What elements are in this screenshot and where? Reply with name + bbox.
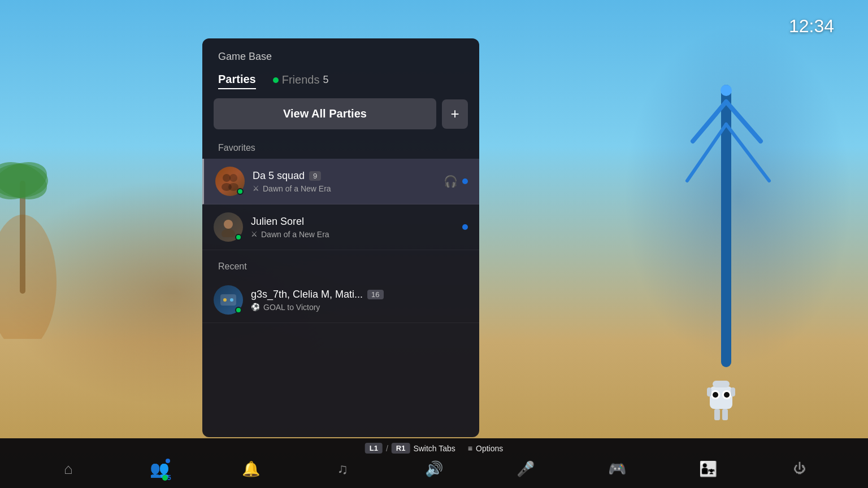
tab-parties[interactable]: Parties (218, 73, 256, 89)
nav-power[interactable]: ⏻ (754, 461, 845, 476)
item-name-row-da5squad: Da 5 squad 9 (253, 170, 444, 182)
item-badge-g3s7th: 16 (367, 290, 383, 299)
scene-palm-left (0, 113, 113, 339)
nav-items: ⌂ 👥 5 🔔 ♫ 🔊 🎤 🎮 👨‍👧 (0, 460, 868, 478)
l1-badge: L1 (365, 443, 383, 454)
options-label: Options (476, 444, 503, 453)
controller-icon: 🎮 (608, 460, 626, 478)
online-indicator-da5squad (462, 178, 468, 184)
game-base-panel: Game Base Parties Friends 5 View All Par… (202, 38, 479, 437)
avatar-wrap-da5squad (215, 167, 245, 196)
nav-home[interactable]: ⌂ (23, 460, 114, 478)
switch-tabs-label: Switch Tabs (413, 444, 455, 453)
scene-blue-structure (665, 56, 823, 424)
nav-notifications[interactable]: 🔔 (206, 460, 297, 478)
party-item-juliensorel[interactable]: Julien Sorel ⚔ Dawn of a New Era (202, 204, 479, 250)
avatar-wrap-juliensorel (214, 212, 243, 242)
avatar-wrap-g3s7th (214, 285, 243, 315)
family-icon: 👨‍👧 (699, 460, 717, 478)
nav-volume[interactable]: 🔊 (388, 460, 480, 478)
online-indicator-juliensorel (462, 224, 468, 230)
svg-line-7 (726, 102, 761, 141)
svg-point-28 (223, 298, 227, 302)
panel-title: Game Base (202, 38, 479, 68)
svg-point-26 (222, 229, 235, 237)
svg-rect-19 (731, 387, 735, 396)
bottom-bar: L1 / R1 Switch Tabs ≡ Options ⌂ 👥 5 🔔 ♫ … (0, 438, 868, 488)
svg-point-0 (0, 215, 57, 339)
notification-icon: 🔔 (242, 460, 260, 478)
svg-rect-17 (722, 409, 728, 420)
mic-icon: 🎤 (517, 460, 535, 478)
game-icon-da5squad: ⚔ (253, 184, 259, 193)
tab-friends[interactable]: Friends 5 (273, 73, 329, 89)
item-name-row-juliensorel: Julien Sorel (251, 216, 462, 228)
item-game-g3s7th: GOAL to Victory (263, 303, 320, 312)
nav-mic[interactable]: 🎤 (480, 460, 571, 478)
nav-music[interactable]: ♫ (297, 460, 388, 478)
game-icon-g3s7th: ⚽ (251, 303, 260, 311)
item-name-g3s7th: g3s_7th, Clelia M, Mati... (251, 289, 363, 300)
item-game-row-juliensorel: ⚔ Dawn of a New Era (251, 230, 462, 239)
nav-family[interactable]: 👨‍👧 (662, 460, 754, 478)
nav-gamebase[interactable]: 👥 5 (114, 460, 206, 478)
view-all-parties-button[interactable]: View All Parties (214, 98, 436, 129)
add-party-button[interactable]: + (442, 99, 468, 129)
item-info-g3s7th: g3s_7th, Clelia M, Mati... 16 ⚽ GOAL to … (243, 289, 468, 312)
item-info-juliensorel: Julien Sorel ⚔ Dawn of a New Era (243, 216, 462, 239)
item-name-row-g3s7th: g3s_7th, Clelia M, Mati... 16 (251, 289, 468, 300)
nav-controller[interactable]: 🎮 (571, 460, 663, 478)
item-name-juliensorel: Julien Sorel (251, 216, 304, 228)
party-item-da5squad[interactable]: Da 5 squad 9 ⚔ Dawn of a New Era 🎧 (202, 159, 479, 204)
recent-label: Recent (202, 259, 479, 277)
tabs-container: Parties Friends 5 (202, 68, 479, 98)
svg-rect-18 (707, 387, 711, 396)
friends-dot (273, 77, 279, 83)
svg-point-22 (229, 174, 237, 182)
item-name-da5squad: Da 5 squad (253, 170, 305, 182)
item-actions-da5squad: 🎧 (444, 175, 468, 188)
item-game-row-g3s7th: ⚽ GOAL to Victory (251, 303, 468, 312)
r1-badge: R1 (392, 443, 410, 454)
online-dot-da5squad (237, 188, 244, 195)
svg-point-10 (721, 85, 732, 96)
svg-line-9 (726, 124, 769, 181)
friends-count: 5 (323, 74, 328, 86)
power-icon: ⏻ (793, 461, 806, 476)
clock: 12:34 (789, 16, 834, 37)
scene-robot (698, 369, 744, 426)
svg-rect-20 (713, 381, 730, 387)
svg-point-25 (224, 220, 233, 229)
view-all-row: View All Parties + (202, 98, 479, 129)
svg-rect-27 (220, 294, 236, 306)
item-actions-juliensorel (462, 224, 468, 230)
online-dot-g3s7th (235, 307, 242, 313)
svg-point-21 (223, 174, 231, 182)
music-icon: ♫ (337, 460, 348, 478)
slash-sep: / (386, 444, 388, 453)
game-icon-juliensorel: ⚔ (251, 230, 258, 238)
nav-blue-dot (166, 459, 170, 463)
item-game-juliensorel: Dawn of a New Era (261, 230, 329, 239)
item-badge-da5squad: 9 (309, 171, 321, 181)
svg-line-8 (687, 124, 726, 181)
svg-point-15 (724, 392, 730, 398)
favorites-label: Favorites (202, 141, 479, 159)
headset-icon-da5squad: 🎧 (444, 175, 458, 188)
svg-point-29 (230, 298, 233, 302)
friends-label: Friends (282, 73, 320, 86)
options-icon: ≡ (468, 444, 472, 453)
item-info-da5squad: Da 5 squad 9 ⚔ Dawn of a New Era (245, 170, 444, 193)
svg-point-14 (713, 392, 718, 398)
party-item-g3s7th[interactable]: g3s_7th, Clelia M, Mati... 16 ⚽ GOAL to … (202, 277, 479, 323)
item-game-da5squad: Dawn of a New Era (263, 184, 331, 193)
bottom-hint: L1 / R1 Switch Tabs ≡ Options (365, 443, 504, 454)
svg-rect-16 (714, 409, 720, 420)
nav-count: 5 (167, 474, 171, 482)
home-icon: ⌂ (64, 460, 73, 478)
online-dot-juliensorel (235, 234, 242, 241)
volume-icon: 🔊 (425, 460, 443, 478)
item-game-row-da5squad: ⚔ Dawn of a New Era (253, 184, 444, 193)
